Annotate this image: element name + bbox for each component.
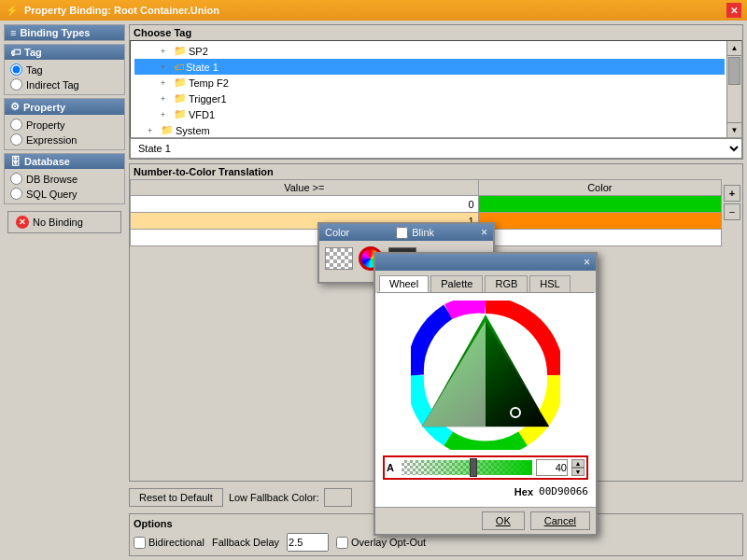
alpha-spin-up[interactable]: ▲ [571,459,585,468]
scroll-down-arrow[interactable]: ▼ [727,122,741,137]
wheel-dialog-close[interactable]: × [584,256,590,269]
window-title: Property Binding: Root Container.Union [24,5,219,16]
tag-content: Tag Indirect Tag [5,60,124,94]
binding-types-title: Binding Types [20,27,90,38]
folder-vfd1-icon: 📁 [174,108,187,120]
cancel-button[interactable]: Cancel [530,511,590,530]
folder-trigger1-icon: 📁 [174,92,187,105]
checker-swatch[interactable] [325,247,353,270]
expression-radio-label[interactable]: Expression [10,133,119,146]
tag-title: Tag [24,47,42,58]
property-radio-label[interactable]: Property [10,119,119,131]
color-dialog-close[interactable]: × [481,226,487,239]
database-header: 🗄 Database [5,154,124,169]
tree-node-system-label: System [176,125,210,136]
tab-wheel[interactable]: Wheel [379,275,429,292]
bidirectional-text: Bidirectional [148,537,204,548]
folder-sp2-icon: 📁 [174,45,187,57]
tag-header: 🏷 Tag [5,45,124,60]
left-panel: ≡ Binding Types 🏷 Tag Tag Indirect Tag [4,24,125,556]
property-title: Property [23,102,65,113]
fallback-color-swatch[interactable] [324,488,352,507]
bidirectional-label[interactable]: Bidirectional [134,537,204,549]
indirect-tag-radio-label[interactable]: Indirect Tag [10,78,119,91]
row2-color[interactable] [478,230,721,246]
hex-row: Hex 00D90066 [383,483,588,499]
tag-radio-label[interactable]: Tag [10,63,119,76]
remove-row-button[interactable]: − [724,203,740,220]
ok-button[interactable]: OK [482,511,525,530]
choose-tag-title: Choose Tag [130,25,742,40]
overlay-opt-out-label[interactable]: Overlay Opt-Out [336,537,426,549]
expand-vfd1-icon: + [161,110,172,119]
tree-scroll-container[interactable]: + 📁 SP2 + 🏷 State 1 + 📁 Temp F2 [130,40,742,138]
scroll-up-arrow[interactable]: ▲ [727,41,741,56]
expression-radio[interactable] [10,133,22,146]
alpha-label: A [387,462,398,473]
tree-node-tempf2-label: Temp F2 [189,77,229,89]
col-value-header: Value >= [131,180,479,196]
close-button[interactable]: ✕ [726,3,741,18]
row1-color[interactable] [478,213,721,230]
sql-query-radio[interactable] [10,188,22,200]
tree-node-vfd1[interactable]: + 📁 VFD1 [134,106,725,122]
wheel-tabs-container: Wheel Palette RGB HSL [375,271,596,293]
reset-default-button[interactable]: Reset to Default [129,488,223,507]
tree-node-state1[interactable]: + 🏷 State 1 [134,59,725,75]
alpha-thumb[interactable] [470,458,477,477]
binding-types-header: ≡ Binding Types [5,25,124,40]
database-content: DB Browse SQL Query [5,169,124,203]
overlay-opt-out-checkbox[interactable] [336,537,348,549]
no-binding-icon: ✕ [16,216,29,229]
indirect-tag-radio[interactable] [10,78,22,91]
row0-value: 0 [131,196,479,213]
options-row: Bidirectional Fallback Delay Overlay Opt… [134,533,739,552]
wheel-dialog-titlebar: × [375,254,596,271]
blink-checkbox[interactable] [396,227,408,239]
no-binding-button[interactable]: ✕ No Binding [7,211,121,233]
tree-node-sp2[interactable]: + 📁 SP2 [134,43,725,59]
tree-node-system[interactable]: + 📁 System [134,122,725,138]
add-row-button[interactable]: + [724,185,740,202]
property-icon: ⚙ [10,101,20,113]
folder-tempf2-icon: 📁 [174,77,187,89]
tree-inner: + 📁 SP2 + 🏷 State 1 + 📁 Temp F2 [131,41,741,138]
binding-types-section: ≡ Binding Types [4,24,125,41]
indirect-tag-radio-text: Indirect Tag [26,79,79,91]
choose-tag-section: Choose Tag + 📁 SP2 + 🏷 State 1 + [129,24,743,160]
db-browse-radio[interactable] [10,173,22,185]
tree-node-sp2-label: SP2 [189,46,208,57]
bidirectional-checkbox[interactable] [134,537,146,549]
db-browse-radio-label[interactable]: DB Browse [10,173,119,185]
alpha-value-input[interactable] [536,459,568,476]
fallback-delay-input[interactable] [287,533,329,552]
scroll-track [727,56,741,122]
tree-node-tempf2[interactable]: + 📁 Temp F2 [134,75,725,91]
sql-query-radio-label[interactable]: SQL Query [10,188,119,200]
alpha-spin-down[interactable]: ▼ [571,468,585,476]
tree-node-trigger1[interactable]: + 📁 Trigger1 [134,91,725,106]
alpha-gradient-overlay [402,460,532,475]
property-radio[interactable] [10,119,22,131]
tag-radio[interactable] [10,63,22,76]
tree-scrollbar[interactable]: ▲ ▼ [726,41,741,137]
tag-dropdown[interactable]: State 1 [130,138,742,159]
tab-rgb[interactable]: RGB [485,275,528,292]
tag-icon: 🏷 [10,47,21,58]
alpha-slider-container[interactable] [402,460,532,475]
binding-types-icon: ≡ [10,27,16,38]
property-content: Property Expression [5,115,124,149]
expand-system-icon: + [148,126,159,135]
tag-state1-icon: 🏷 [174,62,184,73]
color-wheel-svg[interactable] [411,301,560,450]
tree-node-vfd1-label: VFD1 [189,109,215,120]
property-radio-text: Property [26,119,65,131]
tab-hsl[interactable]: HSL [529,275,570,292]
tab-palette[interactable]: Palette [430,275,483,292]
database-icon: 🗄 [10,156,21,167]
row0-color[interactable] [478,196,721,213]
scroll-thumb[interactable] [728,57,740,85]
table-row[interactable]: 0 [131,196,722,213]
title-bar: ⚡ Property Binding: Root Container.Union… [0,0,747,21]
database-title: Database [24,156,70,167]
